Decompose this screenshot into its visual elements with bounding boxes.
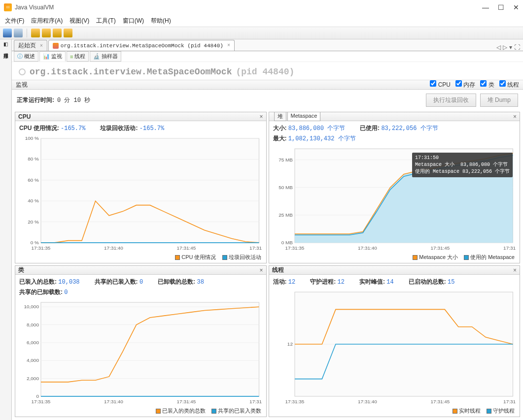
svg-text:80 %: 80 % (28, 156, 39, 162)
svg-text:17:31:50: 17:31:50 (503, 245, 516, 251)
menu-window[interactable]: 窗口(W) (121, 16, 146, 26)
toolbar-icon-6[interactable] (64, 29, 72, 37)
tab-start[interactable]: 起始页 × (14, 40, 47, 51)
menu-apps[interactable]: 应用程序(A) (29, 16, 65, 26)
svg-text:17:31:45: 17:31:45 (177, 399, 196, 404)
app-icon (4, 3, 12, 11)
menubar: 文件(F) 应用程序(A) 视图(V) 工具(T) 窗口(W) 帮助(H) (0, 15, 523, 27)
tab-close-icon[interactable]: × (227, 43, 230, 48)
svg-text:6,000: 6,000 (27, 340, 39, 345)
panel-close-icon[interactable]: × (259, 267, 263, 274)
java-icon (53, 43, 59, 49)
panel-title: 线程 (272, 266, 284, 274)
panel-title: CPU (18, 113, 31, 120)
svg-text:25 MB: 25 MB (279, 212, 293, 218)
svg-text:2,000: 2,000 (27, 376, 39, 381)
toolbar-icon-2[interactable] (14, 29, 23, 37)
minimize-icon[interactable]: — (482, 3, 489, 11)
page-title: org.itstack.interview.MetaSpaceOomMock (… (12, 62, 523, 80)
svg-text:50 MB: 50 MB (279, 185, 293, 190)
svg-text:20 %: 20 % (28, 219, 39, 225)
titlebar: Java VisualVM — ☐ ✕ (0, 0, 523, 15)
maximize-icon[interactable]: ☐ (498, 3, 504, 11)
heap-panel: 堆 Metaspace × 大小: 83,886,080 个字节 已使用: 83… (269, 112, 521, 263)
svg-text:10,000: 10,000 (24, 304, 39, 309)
toolbar-icon-1[interactable] (3, 29, 12, 37)
svg-text:0: 0 (36, 393, 39, 399)
subtab-monitor[interactable]: 📊监视 (39, 51, 66, 62)
tab-nav-right-icon[interactable]: ▷ (503, 44, 507, 51)
panel-close-icon[interactable]: × (513, 267, 517, 274)
subtab-overview[interactable]: ⓘ概述 (14, 51, 38, 62)
uptime-row: 正常运行时间: 0 分 10 秒 执行垃圾回收 堆 Dump (12, 90, 523, 111)
tab-nav-left-icon[interactable]: ◁ (496, 44, 501, 51)
svg-text:4,000: 4,000 (27, 357, 39, 363)
classes-panel: 类× 已装入的总数: 10,038 共享的已装入数: 0 已卸载的总数: 38 … (15, 265, 267, 417)
window-controls: — ☐ ✕ (482, 3, 519, 11)
svg-text:75 MB: 75 MB (279, 157, 293, 162)
tab-max-icon[interactable]: ⛶ (514, 44, 520, 51)
panel-title: 类 (18, 266, 24, 274)
left-gutter: ◧ 应用程序 ◨ (0, 39, 12, 420)
dock-icon-2[interactable]: ◨ (3, 53, 8, 58)
svg-text:100 %: 100 % (25, 135, 39, 141)
section-bar: 监视 CPU 内存 类 线程 (12, 80, 523, 90)
check-mem[interactable]: 内存 (455, 80, 475, 89)
threads-panel: 线程× 活动: 12 守护进程: 12 实时峰值: 14 已启动的总数: 15 … (269, 265, 521, 417)
uptime-label: 正常运行时间: (17, 96, 54, 104)
svg-text:0 MB: 0 MB (281, 240, 293, 245)
menu-file[interactable]: 文件(F) (3, 16, 26, 26)
svg-text:12: 12 (287, 341, 293, 347)
menu-help[interactable]: 帮助(H) (149, 16, 173, 26)
svg-rect-0 (41, 138, 259, 243)
svg-text:17:31:35: 17:31:35 (285, 245, 304, 251)
heap-tab[interactable]: 堆 (274, 112, 286, 121)
menu-view[interactable]: 视图(V) (68, 16, 91, 26)
toolbar-icon-3[interactable] (31, 29, 40, 37)
chart-tooltip: 17:31:50 Metaspace 大小 83,886,080 个字节 使用的… (412, 153, 513, 177)
uptime-value: 0 分 10 秒 (57, 96, 90, 104)
toolbar-icon-5[interactable] (53, 29, 62, 37)
subtabs: ⓘ概述 📊监视 ≡线程 🔬抽样器 (12, 51, 523, 62)
svg-text:17:31:40: 17:31:40 (104, 399, 123, 404)
classes-chart: 02,0004,0006,0008,00010,00017:31:3517:31… (19, 299, 262, 405)
heap-dump-button[interactable]: 堆 Dump (480, 94, 518, 107)
toolbar-sep (27, 29, 27, 37)
tab-dropdown-icon[interactable]: ▾ (509, 44, 512, 51)
svg-rect-30 (41, 302, 259, 396)
gc-button[interactable]: 执行垃圾回收 (426, 94, 476, 107)
metaspace-tab[interactable]: Metaspace (287, 112, 321, 121)
tab-close-icon[interactable]: × (40, 43, 43, 48)
subtab-sampler[interactable]: 🔬抽样器 (90, 51, 121, 62)
svg-text:40 %: 40 % (28, 198, 39, 203)
svg-text:17:31:45: 17:31:45 (177, 245, 196, 251)
svg-text:17:31:35: 17:31:35 (285, 399, 304, 404)
svg-text:17:31:50: 17:31:50 (503, 399, 516, 404)
panel-close-icon[interactable]: × (513, 113, 517, 120)
svg-text:17:31:50: 17:31:50 (249, 245, 262, 251)
svg-text:17:31:40: 17:31:40 (358, 399, 377, 404)
svg-text:60 %: 60 % (28, 177, 39, 183)
menu-tools[interactable]: 工具(T) (94, 16, 117, 26)
tab-active[interactable]: org.itstack.interview.MetaSpaceOomMock (… (48, 40, 235, 51)
tabstrip: 起始页 × org.itstack.interview.MetaSpaceOom… (12, 39, 523, 51)
check-cpu[interactable]: CPU (430, 80, 451, 89)
toolbar-icon-4[interactable] (42, 29, 51, 37)
dock-icon[interactable]: ◧ (3, 41, 8, 47)
status-dot-icon (19, 68, 26, 75)
check-threads[interactable]: 线程 (499, 80, 519, 89)
toolbar (0, 27, 523, 39)
window-title: Java VisualVM (15, 4, 482, 11)
svg-text:17:31:45: 17:31:45 (430, 245, 450, 251)
svg-text:8,000: 8,000 (27, 322, 39, 327)
check-classes[interactable]: 类 (480, 80, 494, 89)
svg-text:17:31:45: 17:31:45 (430, 399, 450, 404)
threads-chart: 1217:31:3517:31:4017:31:4517:31:50 (273, 289, 516, 405)
panel-close-icon[interactable]: × (259, 113, 263, 120)
close-icon[interactable]: ✕ (513, 3, 519, 11)
cpu-panel: CPU× CPU 使用情况: -165.7% 垃圾回收活动: -165.7% 0… (15, 112, 267, 263)
section-label: 监视 (16, 81, 28, 89)
subtab-threads[interactable]: ≡线程 (67, 51, 89, 62)
cpu-chart: 0 %20 %40 %60 %80 %100 %17:31:3517:31:40… (19, 135, 262, 252)
svg-text:0 %: 0 % (31, 240, 39, 245)
